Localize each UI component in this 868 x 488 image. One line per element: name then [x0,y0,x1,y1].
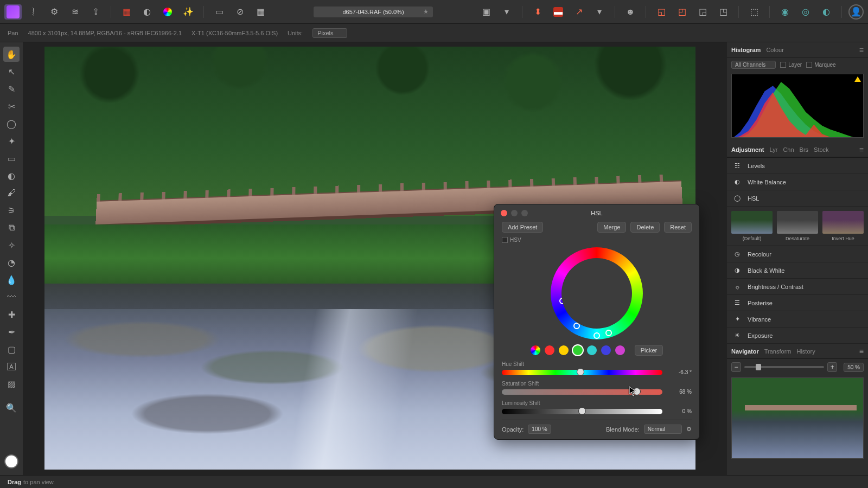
preset-desaturate[interactable]: Desaturate [777,211,818,241]
saturation-shift-value[interactable]: 68 % [668,389,692,395]
blend-mode-select[interactable]: Normal [644,425,682,434]
wand-icon[interactable]: ✨ [180,4,197,20]
preset-invert-hue[interactable]: Invert Hue [822,211,864,241]
selection-brush-tool-icon[interactable]: ◯ [3,116,20,131]
opacity-value[interactable]: 100 % [528,425,551,434]
align-center-icon[interactable]: ▬ [550,4,567,20]
navigator-preview[interactable] [731,377,864,459]
add-preset-button[interactable]: Add Preset [502,222,543,233]
saturation-shift-slider[interactable] [502,389,662,395]
erase-tool-icon[interactable]: ⚞ [3,203,20,218]
adjustment-levels[interactable]: ☷Levels [727,158,868,174]
hue-shift-value[interactable]: -6.3 ° [668,369,692,375]
selection-marquee-icon[interactable]: ▭ [210,4,228,20]
contrast-icon[interactable]: ◐ [138,4,156,20]
insert-target-icon[interactable]: ⬚ [745,4,763,20]
adjustment-recolour[interactable]: ◷Recolour [727,246,868,262]
persona-develop-icon[interactable]: ⚙ [46,4,63,20]
histogram-channel-select[interactable]: All Channels [731,61,776,69]
assistant-icon[interactable]: ☻ [622,4,639,20]
swatch-magenta[interactable] [615,345,625,355]
dropdown-caret-icon[interactable]: ▾ [498,4,515,20]
zoom-value[interactable]: 50 % [844,363,864,372]
hue-shift-slider[interactable] [502,370,662,375]
color-picker-tool-icon[interactable]: ✎ [3,81,20,97]
bool-intersect-icon[interactable]: ◐ [818,4,835,20]
tab-navigator[interactable]: Navigator [731,348,759,355]
bool-add-icon[interactable]: ◉ [776,4,794,20]
color-wheel-icon[interactable] [159,4,176,20]
tab-transform[interactable]: Transform [764,348,792,355]
pen-tool-icon[interactable]: ✒ [3,324,20,339]
adjustment-brightness-contrast[interactable]: ☼Brightness / Contrast [727,279,868,295]
inpaint-tool-icon[interactable]: ✧ [3,237,20,253]
tab-histogram[interactable]: Histogram [731,47,761,53]
zoom-slider[interactable] [744,366,824,368]
hue-wheel[interactable] [551,247,643,339]
panel-menu-icon[interactable]: ≡ [859,46,864,54]
quickmask-icon[interactable]: ▣ [477,4,495,20]
move-tool-icon[interactable]: ↖ [3,64,20,79]
hand-tool-icon[interactable]: ✋ [3,47,20,62]
crop-tool-icon[interactable]: ✂ [3,99,20,114]
swatch-master[interactable] [531,345,540,355]
snapping-caret-icon[interactable]: ▾ [591,4,608,20]
swatch-blue[interactable] [601,345,611,355]
marquee-tool-icon[interactable]: ▭ [3,151,20,166]
zoom-tool-icon[interactable]: 🔍 [3,400,20,415]
bool-subtract-icon[interactable]: ◎ [797,4,814,20]
account-avatar-icon[interactable]: 👤 [848,4,864,20]
align-left-icon[interactable]: ⬍ [529,4,546,20]
reset-button[interactable]: Reset [664,222,692,233]
persona-liquify-icon[interactable]: ⦚ [25,4,42,20]
zoom-in-button[interactable]: + [827,362,837,372]
selection-remove-icon[interactable]: ⊘ [231,4,248,20]
document-tab[interactable]: d657-043.RAF (50.0%) ★ [314,7,433,17]
arrange-front-icon[interactable]: ◳ [714,4,732,20]
luminosity-shift-value[interactable]: 0 % [668,408,692,414]
tab-history[interactable]: History [796,348,815,355]
adjustment-black-white[interactable]: ◑Black & White [727,262,868,279]
adjustment-vibrance[interactable]: ✦Vibrance [727,311,868,328]
arrange-forward-icon[interactable]: ◲ [694,4,711,20]
adjustment-hsl[interactable]: ◯HSL [727,190,868,207]
tab-stock[interactable]: Stock [814,146,829,153]
healing-tool-icon[interactable]: ✚ [3,307,20,322]
swatch-green[interactable] [573,345,583,355]
delete-button[interactable]: Delete [630,222,660,233]
merge-button[interactable]: Merge [597,222,626,233]
swatch-icon[interactable]: ▦ [118,4,135,20]
magic-wand-tool-icon[interactable]: ✦ [3,133,20,149]
luminosity-shift-slider[interactable] [502,409,662,414]
adjustment-exposure[interactable]: ☀Exposure [727,328,868,344]
maximize-icon[interactable] [521,210,528,216]
arrange-back-icon[interactable]: ◱ [653,4,670,20]
blur-tool-icon[interactable]: 💧 [3,272,20,287]
swatch-red[interactable] [545,345,554,355]
panel-menu-icon[interactable]: ≡ [859,145,864,154]
swatch-cyan[interactable] [587,345,597,355]
paint-brush-tool-icon[interactable]: 🖌 [3,185,20,201]
shape-tool-icon[interactable]: ▢ [3,342,20,357]
close-icon[interactable] [501,210,507,216]
swatch-yellow[interactable] [559,345,569,355]
adjustment-posterise[interactable]: ☰Posterise [727,295,868,311]
persona-export-icon[interactable]: ⇪ [87,4,104,20]
tab-chn[interactable]: Chn [783,146,794,153]
hsv-checkbox[interactable]: HSV [502,237,521,243]
histogram-layer-checkbox[interactable]: Layer [780,62,802,68]
clone-tool-icon[interactable]: ⧉ [3,220,20,235]
tab-lyr[interactable]: Lyr [770,146,778,153]
picker-button[interactable]: Picker [635,345,663,356]
tab-adjustment[interactable]: Adjustment [731,146,764,153]
tab-brs[interactable]: Brs [800,146,809,153]
arrange-backward-icon[interactable]: ◰ [673,4,691,20]
adjustment-white-balance[interactable]: ◐White Balance [727,174,868,190]
gradient-tool-icon[interactable]: ▨ [3,376,20,391]
foreground-color-swatch[interactable] [4,454,18,468]
selection-add-icon[interactable]: ▦ [252,4,269,20]
histogram-marquee-checkbox[interactable]: Marquee [806,62,835,68]
flood-select-tool-icon[interactable]: ◐ [3,168,20,183]
preset-default[interactable]: (Default) [731,211,773,241]
gear-icon[interactable]: ⚙ [686,426,692,433]
